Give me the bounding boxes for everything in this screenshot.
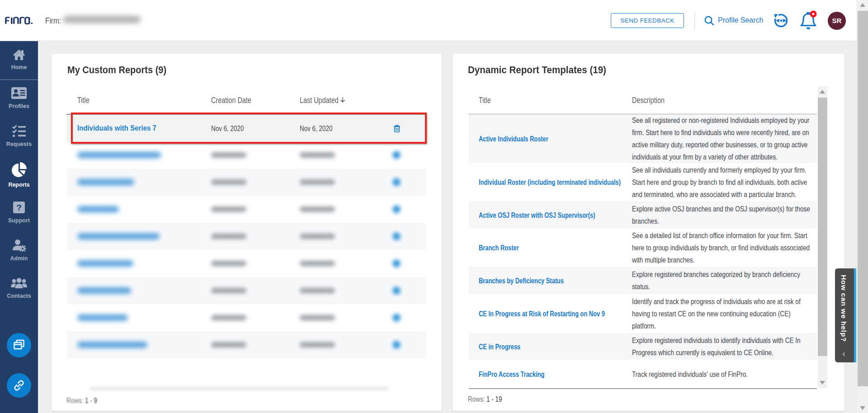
svg-text:?: ? xyxy=(16,203,22,212)
